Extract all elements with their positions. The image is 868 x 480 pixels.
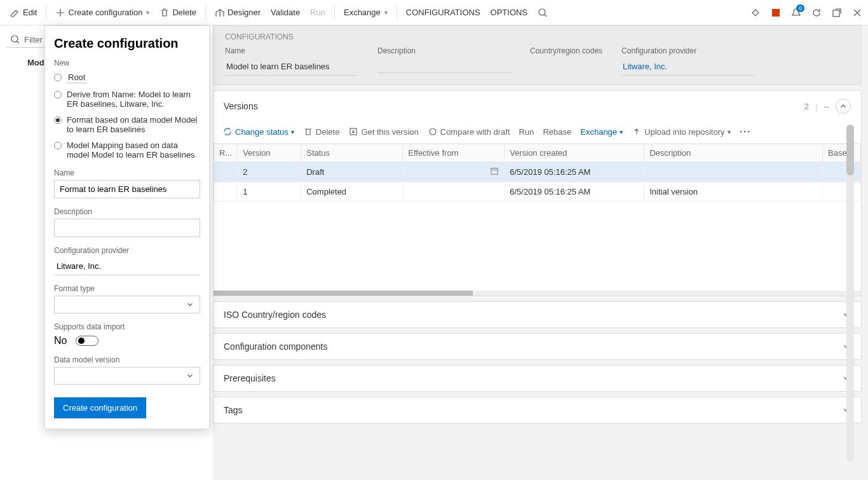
chevron-down-icon (186, 300, 194, 309)
create-configuration-panel: Create configuration New Root Derive fro… (44, 25, 210, 429)
header-name-value: Model to learn ER baselines (225, 59, 358, 76)
versions-title: Versions (224, 101, 258, 111)
svg-point-7 (747, 131, 749, 133)
radio-icon (54, 142, 62, 149)
more-button[interactable] (740, 130, 750, 133)
versions-header[interactable]: Versions 2 | -- (214, 91, 861, 121)
header-desc-value[interactable] (377, 59, 511, 73)
upload-icon (632, 127, 642, 137)
versions-header-row: R... Version Status Effective from Versi… (214, 144, 861, 162)
create-configuration-submit[interactable]: Create configuration (54, 397, 146, 418)
versions-grid: R... Version Status Effective from Versi… (214, 144, 861, 202)
refresh-icon[interactable] (811, 7, 822, 18)
versions-exchange-button[interactable]: Exchange▾ (580, 127, 623, 137)
iso-header[interactable]: ISO Country/region codes (214, 302, 861, 327)
header-sub: CONFIGURATIONS (225, 32, 850, 41)
supports-label: Supports data import (54, 322, 200, 331)
designer-icon (215, 8, 225, 18)
delete-label: Delete (172, 8, 196, 17)
provider-value: Litware, Inc. (54, 257, 200, 275)
chevron-up-icon (839, 102, 848, 111)
search-icon (10, 34, 20, 45)
tags-section: Tags (213, 397, 862, 423)
attach-icon[interactable] (750, 7, 761, 18)
edit-button[interactable]: Edit (5, 4, 42, 22)
run-button: Run (305, 4, 330, 21)
pencil-icon (10, 8, 20, 18)
radio-root[interactable]: Root (54, 72, 200, 83)
svg-point-6 (743, 131, 745, 133)
trash-icon (159, 8, 170, 18)
header-provider-value[interactable]: Litware, Inc. (621, 59, 755, 76)
grid-horizontal-scrollbar[interactable] (214, 291, 861, 296)
rebase-button[interactable]: Rebase (543, 127, 571, 137)
close-icon[interactable] (851, 7, 863, 18)
configurations-nav[interactable]: CONFIGURATIONS (401, 4, 485, 21)
provider-label: Configuration provider (54, 246, 200, 255)
chevron-down-icon: ▾ (146, 9, 149, 16)
delete-button[interactable]: Delete (154, 4, 201, 22)
supports-toggle[interactable] (76, 336, 98, 346)
panel-title: Create configuration (54, 36, 200, 51)
tags-header[interactable]: Tags (214, 397, 861, 423)
create-configuration-button[interactable]: Create configuration ▾ (50, 4, 154, 22)
popout-icon[interactable] (831, 7, 843, 18)
versions-run-button[interactable]: Run (519, 127, 534, 137)
description-label: Description (54, 207, 200, 216)
chevron-down-icon: ▾ (384, 9, 388, 16)
prereq-header[interactable]: Prerequisites (214, 366, 861, 391)
exchange-button[interactable]: Exchange▾ (339, 4, 393, 21)
office-icon[interactable] (770, 7, 782, 18)
iso-section: ISO Country/region codes (213, 301, 862, 328)
components-header[interactable]: Configuration components (214, 334, 861, 359)
dmv-select[interactable] (54, 367, 200, 385)
radio-icon (54, 116, 62, 124)
radio-icon (54, 74, 62, 81)
designer-label: Designer (227, 8, 261, 17)
table-row[interactable]: 1Completed6/5/2019 05:16:25 AMInitial ve… (214, 182, 861, 202)
calendar-icon (490, 167, 499, 175)
radio-derive[interactable]: Derive from Name: Model to learn ER base… (54, 90, 200, 109)
create-label: Create configuration (68, 8, 142, 17)
description-input[interactable] (54, 219, 200, 237)
chevron-down-icon (186, 371, 194, 380)
header-name-label: Name (225, 46, 358, 55)
trash-icon (303, 127, 313, 137)
versions-dash: -- (824, 102, 829, 111)
prereq-section: Prerequisites (213, 365, 862, 392)
get-version-button[interactable]: Get this version (348, 127, 418, 137)
main-vertical-scrollbar[interactable] (846, 125, 854, 462)
edit-label: Edit (23, 8, 37, 17)
main-area: CONFIGURATIONS Name Model to learn ER ba… (213, 25, 862, 474)
svg-rect-8 (491, 168, 498, 175)
notification-icon[interactable]: 0 (790, 7, 802, 18)
main-toolbar: Edit Create configuration ▾ Delete Desig… (0, 0, 868, 25)
download-icon (348, 127, 358, 137)
upload-button[interactable]: Upload into repository▾ (632, 127, 730, 137)
name-input[interactable] (54, 180, 200, 198)
toolbar-search-button[interactable] (532, 4, 553, 22)
compare-button[interactable]: Compare with draft (428, 127, 510, 137)
collapse-versions-button[interactable] (836, 99, 851, 114)
designer-button[interactable]: Designer (210, 4, 266, 22)
svg-point-5 (740, 131, 742, 133)
radio-mapping[interactable]: Model Mapping based on data model Model … (54, 141, 200, 160)
formattype-select[interactable] (54, 296, 200, 313)
formattype-label: Format type (54, 284, 200, 293)
validate-button[interactable]: Validate (266, 4, 305, 21)
options-nav[interactable]: OPTIONS (485, 4, 533, 21)
config-header-card: CONFIGURATIONS Name Model to learn ER ba… (213, 25, 862, 85)
new-section-label: New (54, 58, 200, 67)
svg-rect-1 (772, 9, 780, 17)
name-label: Name (54, 168, 200, 177)
header-codes-label: Country/region codes (530, 46, 602, 55)
radio-format[interactable]: Format based on data model Model to lear… (54, 115, 200, 134)
versions-count: 2 (804, 102, 809, 111)
supports-value: No (54, 335, 67, 346)
header-provider-label: Configuration provider (621, 46, 755, 55)
change-status-button[interactable]: Change status▾ (222, 127, 294, 137)
versions-delete-button[interactable]: Delete (303, 127, 340, 137)
table-row[interactable]: 2Draft6/5/2019 05:16:25 AM (214, 162, 861, 182)
more-icon (740, 130, 750, 133)
notification-badge: 0 (796, 4, 804, 12)
